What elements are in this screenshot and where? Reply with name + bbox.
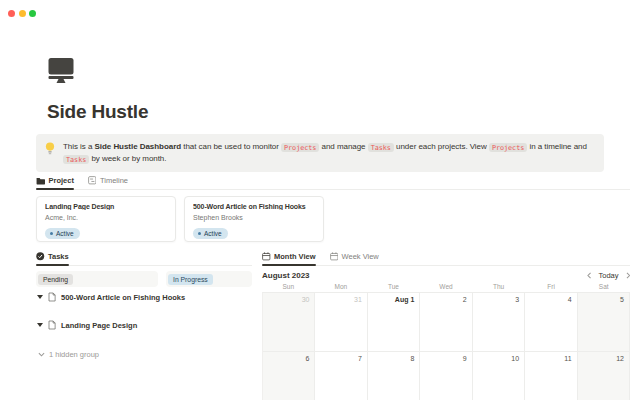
- calendar-cell[interactable]: 8: [368, 352, 420, 400]
- timeline-icon: [88, 176, 97, 185]
- calendar-cell[interactable]: 31: [315, 293, 367, 352]
- calendar-view-tabbar: Month View Week View: [262, 252, 630, 266]
- project-card-landing-page-design[interactable]: Landing Page Design Acme, Inc. Active: [36, 196, 176, 242]
- weekday-label: Wed: [420, 283, 473, 290]
- calendar-cell[interactable]: 9: [420, 352, 472, 400]
- zoom-window-button[interactable]: [29, 10, 36, 17]
- calendar-cell[interactable]: 7: [315, 352, 367, 400]
- status-badge: Active: [193, 228, 228, 239]
- weekday-label: Sat: [577, 283, 630, 290]
- board-column-header-pending[interactable]: Pending: [38, 274, 73, 285]
- calendar-weekday-row: Sun Mon Tue Wed Thu Fri Sat: [262, 283, 630, 290]
- folder-icon: [36, 177, 45, 185]
- desktop-computer-icon[interactable]: [48, 56, 74, 84]
- chevron-left-icon[interactable]: [587, 272, 592, 279]
- callout-text: This is a Side Hustle Dashboard that can…: [63, 141, 594, 165]
- calendar-cell[interactable]: 6: [263, 352, 315, 400]
- tab-month-view[interactable]: Month View: [262, 252, 316, 265]
- tab-project[interactable]: Project: [36, 176, 74, 189]
- board-column-header-in-progress[interactable]: In Progress: [168, 274, 213, 285]
- tab-label: Week View: [342, 252, 379, 261]
- board-column-in-progress: In Progress: [166, 271, 252, 287]
- card-title: 500-Word Article on Fishing Hooks: [193, 203, 315, 210]
- card-owner: Acme, Inc.: [45, 214, 167, 221]
- board-column-pending: Pending: [36, 271, 158, 287]
- hidden-group-label: 1 hidden group: [49, 350, 99, 359]
- task-group-landing-page[interactable]: Landing Page Design: [37, 320, 137, 330]
- inline-code-projects: Projects: [281, 143, 319, 152]
- calendar-cell[interactable]: 12: [578, 352, 630, 400]
- chevron-down-icon: [38, 352, 45, 357]
- calendar-cell[interactable]: 2: [420, 293, 472, 352]
- close-window-button[interactable]: [8, 10, 15, 17]
- notion-window: Side Hustle This is a Side Hustle Dashbo…: [0, 0, 640, 400]
- weekday-label: Mon: [315, 283, 368, 290]
- lightbulb-icon: [45, 142, 55, 156]
- calendar-icon: [262, 252, 271, 261]
- status-dot-icon: [50, 232, 53, 235]
- minimize-window-button[interactable]: [19, 10, 26, 17]
- calendar-cell[interactable]: 5: [578, 293, 630, 352]
- task-group-label: Landing Page Design: [61, 321, 137, 330]
- tab-label: Project: [49, 176, 74, 185]
- tasks-view-tabbar: Tasks: [36, 252, 252, 266]
- project-cards: Landing Page Design Acme, Inc. Active 50…: [36, 196, 324, 242]
- calendar-cell[interactable]: 10: [473, 352, 525, 400]
- inline-code-tasks: Tasks: [63, 155, 89, 164]
- status-badge: Active: [45, 228, 80, 239]
- task-group-fishing-hooks[interactable]: 500-Word Article on Fishing Hooks: [37, 292, 185, 302]
- tasks-board-columns: Pending In Progress: [36, 271, 252, 287]
- inline-code-projects: Projects: [489, 143, 527, 152]
- weekday-label: Fri: [525, 283, 578, 290]
- callout: This is a Side Hustle Dashboard that can…: [36, 134, 604, 172]
- tab-timeline[interactable]: Timeline: [88, 176, 128, 189]
- page-icon: [48, 320, 56, 330]
- calendar-nav: Today: [587, 271, 630, 280]
- weekday-label: Thu: [472, 283, 525, 290]
- project-card-fishing-hooks-article[interactable]: 500-Word Article on Fishing Hooks Stephe…: [184, 196, 324, 242]
- tab-label: Month View: [274, 252, 316, 261]
- calendar-month-label: August 2023: [262, 271, 310, 280]
- inline-code-tasks: Tasks: [368, 143, 394, 152]
- today-button[interactable]: Today: [598, 271, 618, 280]
- tab-label: Tasks: [48, 252, 69, 261]
- calendar-cell[interactable]: 3: [473, 293, 525, 352]
- weekday-label: Tue: [367, 283, 420, 290]
- page-icon: [48, 292, 56, 302]
- hidden-group-toggle[interactable]: 1 hidden group: [38, 350, 99, 359]
- card-owner: Stephen Brooks: [193, 214, 315, 221]
- tab-label: Timeline: [100, 176, 128, 185]
- calendar-grid: 30 31 Aug 1 2 3 4 5 6 7 8 9 10 11 12: [262, 292, 630, 400]
- window-controls: [8, 10, 36, 17]
- page-title[interactable]: Side Hustle: [47, 101, 148, 123]
- task-group-label: 500-Word Article on Fishing Hooks: [61, 293, 185, 302]
- chevron-right-icon[interactable]: [626, 272, 631, 279]
- calendar-cell[interactable]: 4: [525, 293, 577, 352]
- calendar-cell[interactable]: 11: [525, 352, 577, 400]
- card-title: Landing Page Design: [45, 203, 167, 210]
- tab-week-view[interactable]: Week View: [330, 252, 379, 265]
- calendar-icon: [330, 252, 339, 261]
- status-dot-icon: [198, 232, 201, 235]
- calendar-cell[interactable]: Aug 1: [368, 293, 420, 352]
- toggle-triangle-icon[interactable]: [37, 295, 43, 299]
- check-circle-icon: [36, 252, 45, 261]
- toggle-triangle-icon[interactable]: [37, 323, 43, 327]
- calendar-cell[interactable]: 30: [263, 293, 315, 352]
- projects-view-tabbar: Project Timeline: [36, 176, 630, 190]
- calendar-header: August 2023 Today: [262, 269, 630, 282]
- weekday-label: Sun: [262, 283, 315, 290]
- tab-tasks[interactable]: Tasks: [36, 252, 69, 265]
